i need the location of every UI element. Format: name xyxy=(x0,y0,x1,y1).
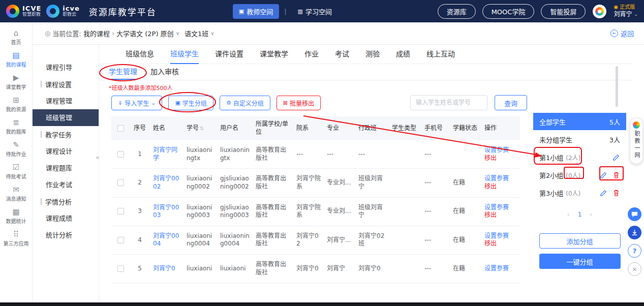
rail-item-statistics[interactable]: ▦ 数据统计 xyxy=(0,205,32,228)
chat-float-button[interactable] xyxy=(628,207,641,221)
tab[interactable]: 课堂教学 xyxy=(260,45,288,64)
custom-grouping-button[interactable]: ⚙ 自定义分组 xyxy=(220,96,270,110)
menu-item[interactable]: 课程题库 xyxy=(33,160,99,176)
rail-item-pending-exams[interactable]: ☑ 待批考试 xyxy=(0,161,32,183)
remove-link[interactable]: 移出 xyxy=(484,240,497,247)
chevron-down-icon[interactable]: ∨ xyxy=(210,30,214,36)
breadcrumb-my-courses[interactable]: 我的课程 xyxy=(83,28,110,38)
delete-group-button[interactable] xyxy=(612,171,620,179)
edit-group-button[interactable] xyxy=(600,171,607,179)
menu-item[interactable]: 作业考试 xyxy=(33,176,99,193)
remove-link[interactable]: 移出 xyxy=(484,211,497,219)
side-tab-zhijiao[interactable]: 职教一网 xyxy=(630,117,643,164)
back-button[interactable]: ← 返回 xyxy=(610,28,634,38)
floating-buttons: ? × xyxy=(628,207,641,276)
add-group-button[interactable]: 添加分组 xyxy=(539,233,621,249)
group-row[interactable]: 第3小组 (0人) xyxy=(533,184,626,202)
tab[interactable]: 课件设置 xyxy=(215,45,243,64)
icve-logo-icon xyxy=(6,5,19,18)
menu-item[interactable]: 课程设计 xyxy=(33,143,99,160)
column-header: 操作 xyxy=(481,116,520,140)
ungrouped-students-row[interactable]: 未分组学生 3人 xyxy=(533,130,626,148)
rail-item-question-bank[interactable]: ≣ 我的题库 xyxy=(0,116,32,138)
sort-icon[interactable]: ⇅ xyxy=(200,126,204,131)
close-float-button[interactable]: × xyxy=(628,262,641,276)
row-checkbox[interactable] xyxy=(117,208,124,215)
group-row[interactable]: 第1小组 (2人) xyxy=(533,148,626,166)
tab[interactable]: 测验 xyxy=(365,45,380,64)
edit-group-button[interactable] xyxy=(600,189,607,197)
user-menu[interactable]: ◉正式版 刘宵宁⌄ xyxy=(614,4,638,18)
help-float-button[interactable]: ? xyxy=(628,244,641,258)
rail-item-notifications[interactable]: ✉ 消息通知 xyxy=(0,183,32,205)
group-list: 第1小组 (2人) 第2小组 (0人) 第3小组 (0人) xyxy=(533,148,626,202)
rail-item-my-courses[interactable]: ▤ 我的课程 xyxy=(0,49,32,71)
set-contest-link[interactable]: 设置参赛 xyxy=(484,146,509,154)
menu-item[interactable]: 班级管理 xyxy=(33,109,99,126)
group-row[interactable]: 第2小组 (0人) xyxy=(533,166,626,184)
rail-item-my-resources[interactable]: ⊞ 我的资源 xyxy=(0,94,32,116)
delete-group-button[interactable] xyxy=(612,189,620,197)
next-page-icon[interactable]: › xyxy=(590,211,592,218)
set-contest-link[interactable]: 设置参赛 xyxy=(484,265,509,272)
subtab[interactable]: 加入审核 xyxy=(150,64,179,80)
column-header: 专业 xyxy=(324,116,355,140)
edit-group-button[interactable] xyxy=(612,154,620,161)
set-contest-link[interactable]: 设置参赛 xyxy=(484,175,509,182)
query-button[interactable]: 查询 xyxy=(495,95,527,110)
student-name-link[interactable]: 刘宵宁0002 xyxy=(153,175,179,190)
group-panel: 全部学生 5人 未分组学生 3人 第1小组 (2人) 第2小组 (0人) 第3小… xyxy=(533,113,626,269)
tab[interactable]: 成绩 xyxy=(396,45,410,64)
quick-link-button[interactable]: 资源库 xyxy=(438,4,476,19)
tab[interactable]: 考试 xyxy=(335,45,349,64)
tab[interactable]: 班级学生 xyxy=(170,45,199,64)
tab[interactable]: 线上互动 xyxy=(426,45,455,64)
row-checkbox[interactable] xyxy=(117,265,124,272)
student-grouping-button[interactable]: ▣ 学生分组 xyxy=(168,96,213,110)
set-contest-link[interactable]: 设置参赛 xyxy=(484,232,509,239)
scrollbar-thumb[interactable] xyxy=(616,66,618,107)
remove-link[interactable]: 移出 xyxy=(484,155,497,162)
topnav-teacher-space[interactable]: ▣ 教师空间 xyxy=(233,4,279,19)
main-content: 班级信息班级学生课件设置课堂教学作业考试测验成绩线上互动 学生管理加入审核 *班… xyxy=(99,45,633,302)
set-contest-link[interactable]: 设置参赛 xyxy=(484,204,509,211)
breadcrumb-class[interactable]: 语文1班 xyxy=(185,28,208,38)
sidebar-collapse-handle[interactable]: « xyxy=(96,154,100,161)
tab[interactable]: 作业 xyxy=(304,45,319,64)
row-checkbox[interactable] xyxy=(117,151,124,158)
page-number[interactable]: 1 xyxy=(578,211,582,218)
menu-item[interactable]: 课程成绩 xyxy=(33,210,99,227)
topnav-learning-space[interactable]: ▥ 学习空间 xyxy=(292,4,338,19)
breadcrumb-course[interactable]: 大学语文 (2P) 原创 xyxy=(116,28,174,38)
remove-link[interactable]: 移出 xyxy=(484,183,497,190)
rail-item-third-party-apps[interactable]: ⠿ 第三方应用 xyxy=(0,228,32,250)
student-name-link[interactable]: 刘宵宁0004 xyxy=(153,232,179,248)
auto-group-button[interactable]: 一键分组 xyxy=(539,254,621,269)
rail-item-home[interactable]: ⌂ 首页 xyxy=(0,26,32,49)
row-checkbox[interactable] xyxy=(117,179,124,186)
rail-item-pending-homework[interactable]: ✎ 待批作业 xyxy=(0,138,32,161)
topnav: ▣ 教师空间| ▥ 学习空间 xyxy=(233,4,338,19)
menu-item[interactable]: 课程引导 xyxy=(33,59,99,76)
quick-link-button[interactable]: 智能投屏 xyxy=(541,4,586,19)
student-name-link[interactable]: 刘宵宁同学 xyxy=(153,146,177,162)
tab[interactable]: 班级信息 xyxy=(126,45,154,64)
student-name-link[interactable]: 刘宵宁0003 xyxy=(153,204,179,219)
all-students-header[interactable]: 全部学生 5人 xyxy=(533,113,626,130)
menu-section: 学情分析 xyxy=(33,193,99,210)
row-checkbox[interactable] xyxy=(117,237,124,243)
quick-link-button[interactable]: MOOC学院 xyxy=(482,4,535,19)
import-students-button[interactable]: ⇓ 导入学生 ⌄ xyxy=(111,96,162,110)
prev-page-icon[interactable]: ‹ xyxy=(567,211,570,218)
batch-remove-button[interactable]: ⊠ 批量移出 xyxy=(277,96,321,110)
chevron-down-icon[interactable]: ∨ xyxy=(176,30,179,36)
rail-item-classroom-teaching[interactable]: ▶ 课堂教学 xyxy=(0,71,32,94)
select-all-checkbox[interactable] xyxy=(117,125,124,132)
edit-group-icon xyxy=(600,189,607,197)
subtab[interactable]: 学生管理 xyxy=(109,64,137,80)
search-input[interactable] xyxy=(410,95,487,110)
download-float-button[interactable] xyxy=(628,226,641,239)
menu-item[interactable]: 课程管理 xyxy=(33,93,99,109)
menu-item[interactable]: 统计分析 xyxy=(33,227,99,243)
student-name-link[interactable]: 刘宵宁0 xyxy=(153,265,175,272)
